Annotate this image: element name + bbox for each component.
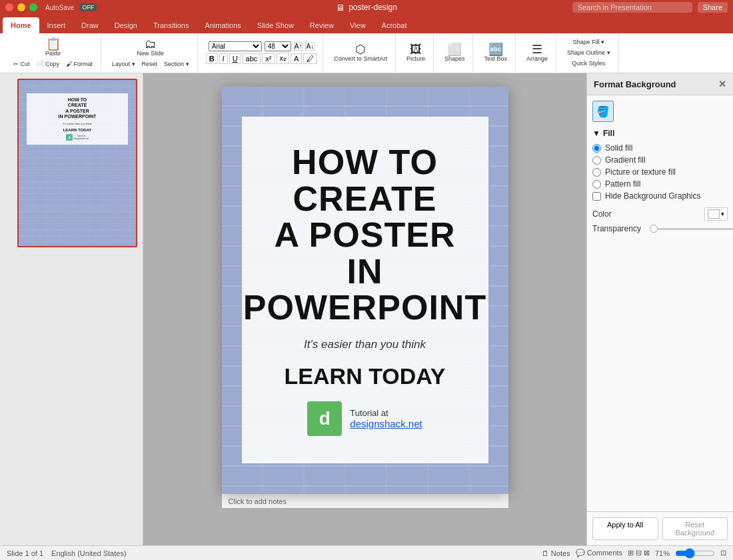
shape-outline-button[interactable]: Shape Outline ▾ [564,48,613,57]
thumb-logo: d Tutorial at designshack.net [31,134,124,141]
format-panel-header: Format Background ✕ [587,73,733,95]
paste-button[interactable]: 📋 Paste [43,37,63,58]
italic-button[interactable]: I [219,53,228,64]
pattern-fill-radio[interactable] [592,180,601,189]
title-bar-right: Share [572,2,728,13]
drawing-group: ⬡ Convert to SmartArt [326,34,396,71]
transparency-slider[interactable] [650,228,733,230]
fill-icon-button[interactable]: 🪣 [592,101,614,122]
gradient-fill-option[interactable]: Gradient fill [592,154,728,166]
canvas-white-box[interactable]: HOW TO CREATE A POSTER IN POWERPOINT It'… [242,117,488,463]
format-panel-title: Format Background [594,79,676,89]
share-button[interactable]: Share [698,2,728,13]
autosave-toggle[interactable]: OFF [79,3,97,11]
highlight-button[interactable]: 🖊 [303,53,317,64]
slide-thumb-inner: HOW TO CREATE A POSTER IN POWERPOINT It'… [19,80,136,246]
hide-bg-checkbox[interactable] [592,192,601,201]
gradient-fill-radio[interactable] [592,156,601,165]
tab-home[interactable]: Home [3,17,39,33]
zoom-level: 71% [655,549,670,557]
bold-button[interactable]: B [206,53,218,64]
font-family-select[interactable]: Arial [209,41,262,51]
color-label: Color [592,209,612,219]
picture-fill-radio[interactable] [592,168,601,177]
thumb-subtitle: It's easier than you think [31,122,124,125]
color-picker-arrow: ▾ [721,211,724,217]
tab-slideshow[interactable]: Slide Show [249,17,302,33]
comments-button[interactable]: 💬 Comments [576,549,622,557]
copy-button[interactable]: 📄 Copy [34,59,63,69]
tab-transitions[interactable]: Transitions [145,17,197,33]
title-bar: AutoSave OFF 🖥 poster-design Share [0,0,733,15]
solid-fill-option[interactable]: Solid fill [592,142,728,154]
fill-section-header[interactable]: ▼ Fill [592,129,728,138]
picture-fill-label: Picture or texture fill [605,167,676,177]
format-panel-close-button[interactable]: ✕ [718,79,726,89]
new-slide-button[interactable]: 🗂 New Slide [135,37,167,58]
shape-fill-button[interactable]: Shape Fill ▾ [570,37,607,47]
picture-fill-option[interactable]: Picture or texture fill [592,166,728,178]
shapes-group: ⬜ Shapes [436,34,474,71]
format-button[interactable]: 🖌 Format [63,59,95,69]
picture-group: 🖼 Picture [398,34,434,71]
quick-styles-group: Shape Fill ▾ Shape Outline ▾ Quick Style… [559,34,619,71]
solid-fill-radio[interactable] [592,144,601,153]
thumb-title: HOW TO CREATE A POSTER IN POWERPOINT [31,97,124,120]
font-size-select[interactable]: 48 [265,41,291,51]
canvas-logo-area: d Tutorial at designshack.net [307,401,422,436]
reset-background-button[interactable]: Reset Background [662,517,728,540]
notes-bar[interactable]: Click to add notes [222,493,508,508]
quick-styles-button[interactable]: Quick Styles [569,59,608,68]
tab-view[interactable]: View [342,17,374,33]
notes-button[interactable]: 🗒 Notes [542,549,570,557]
minimize-button[interactable] [17,3,25,11]
shapes-button[interactable]: ⬜ Shapes [442,42,468,63]
canvas-url-link: designshack.net [350,418,422,429]
fit-slide-button[interactable]: ⊡ [720,549,726,557]
thumb-learn: LEARN TODAY [31,128,124,132]
tab-acrobat[interactable]: Acrobat [374,17,415,33]
thumb-url: designshack.net [74,137,89,140]
color-swatch [708,209,720,219]
tab-review[interactable]: Review [302,17,342,33]
tab-insert[interactable]: Insert [39,17,74,33]
close-button[interactable] [5,3,13,11]
slide-canvas[interactable]: HOW TO CREATE A POSTER IN POWERPOINT It'… [222,87,508,493]
canvas-area: HOW TO CREATE A POSTER IN POWERPOINT It'… [143,73,586,545]
zoom-slider[interactable] [675,548,715,559]
format-panel-footer: Apply to All Reset Background [587,511,733,545]
convert-smartart-button[interactable]: ⬡ Convert to SmartArt [331,42,390,63]
apply-to-all-button[interactable]: Apply to All [592,517,658,540]
solid-fill-label: Solid fill [605,143,632,153]
increase-font-button[interactable]: A↑ [294,42,303,51]
underline-button[interactable]: U [229,53,241,64]
hide-bg-option[interactable]: Hide Background Graphics [592,190,728,202]
strikethrough-button[interactable]: abc [243,53,261,64]
search-input[interactable] [572,2,692,13]
tab-animations[interactable]: Animations [197,17,249,33]
main-area: 1 HOW TO CREATE A POSTER IN POWERPOINT I… [0,73,733,545]
subscript-button[interactable]: x₂ [277,53,290,64]
picture-button[interactable]: 🖼 Picture [404,42,428,63]
fill-chevron-icon: ▼ [592,129,600,138]
pattern-fill-option[interactable]: Pattern fill [592,178,728,190]
textbox-button[interactable]: 🔤 Text Box [481,42,510,63]
reset-button[interactable]: Reset [139,59,161,69]
hide-bg-label: Hide Background Graphics [605,191,700,201]
canvas-learn: LEARN TODAY [285,363,446,389]
slide-thumbnail[interactable]: HOW TO CREATE A POSTER IN POWERPOINT It'… [17,79,137,247]
arrange-button[interactable]: ☰ Arrange [524,42,550,63]
layout-button[interactable]: Layout ▾ [109,59,138,69]
maximize-button[interactable] [29,3,37,11]
font-color-button[interactable]: A [291,53,302,64]
tab-design[interactable]: Design [107,17,145,33]
section-button[interactable]: Section ▾ [161,59,192,69]
fill-section-label: Fill [603,129,614,138]
ribbon-tabs: Home Insert Draw Design Transitions Anim… [0,15,733,33]
tab-draw[interactable]: Draw [73,17,107,33]
gradient-fill-label: Gradient fill [605,155,646,165]
color-picker-button[interactable]: ▾ [704,207,728,221]
decrease-font-button[interactable]: A↓ [305,42,315,51]
cut-button[interactable]: ✂ Cut [11,59,33,69]
superscript-button[interactable]: x² [262,53,275,64]
